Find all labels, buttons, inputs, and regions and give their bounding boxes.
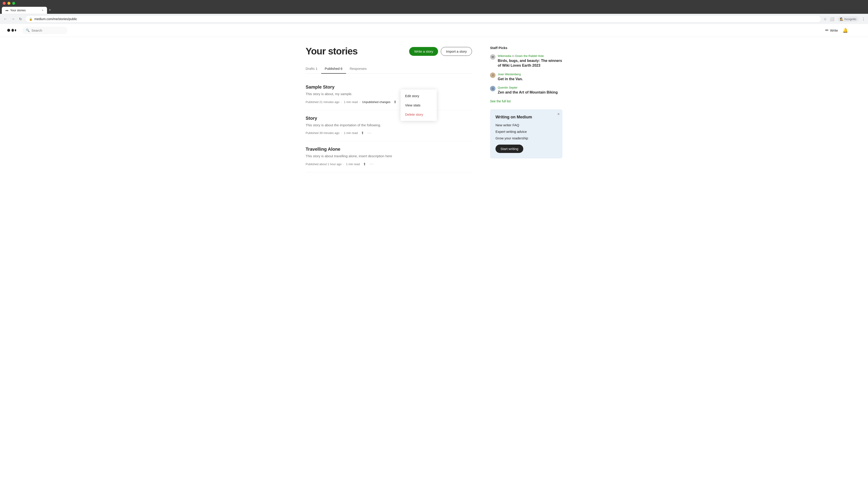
avatar-content: A — [856, 29, 858, 32]
story-title-2[interactable]: Story — [306, 116, 472, 121]
medium-logo[interactable] — [7, 27, 17, 33]
story-item-3: Travelling Alone This story is about tra… — [306, 141, 472, 172]
sp-pub-line-3: Quentin Septer — [498, 86, 562, 89]
story-published-3: Published about 1 hour ago — [306, 162, 342, 166]
sp-publisher-link-1[interactable]: Wikimedia — [498, 54, 511, 58]
writing-card-item-2[interactable]: Expert writing advice — [495, 130, 557, 133]
write-icon: ✏ — [825, 28, 829, 33]
start-writing-btn[interactable]: Start writing — [495, 144, 523, 153]
svg-point-0 — [7, 29, 10, 32]
browser-menu-icon[interactable]: ⋮ — [862, 17, 865, 21]
story-share-btn-3[interactable]: ⬆ — [363, 162, 366, 167]
sp-avatar-2: J — [490, 72, 495, 78]
sp-publisher-link-3[interactable]: Quentin Septer — [498, 86, 518, 89]
notification-icon[interactable]: 🔔 — [842, 28, 848, 33]
dot-1a: · — [341, 100, 342, 104]
sp-content-1: Wikimedia in Down the Rabbit Hole Birds,… — [498, 54, 562, 68]
cast-icon[interactable]: ⬜ — [830, 17, 834, 21]
import-story-btn[interactable]: Import a story — [441, 47, 472, 56]
dropdown-edit-story[interactable]: Edit story — [401, 91, 437, 101]
write-label: Write — [830, 29, 838, 32]
tab-published[interactable]: Published 6 — [321, 64, 346, 74]
writing-on-medium-card: × Writing on Medium New writer FAQ Exper… — [490, 109, 562, 158]
incognito-badge: 🕵 Incognito — [837, 17, 859, 22]
unpublished-badge-1: Unpublished changes — [362, 100, 391, 104]
writing-card-items: New writer FAQ Expert writing advice Gro… — [495, 123, 557, 140]
story-meta-3: Published about 1 hour ago · 1 min read … — [306, 162, 472, 167]
sp-publication-link-1[interactable]: Down the Rabbit Hole — [515, 54, 544, 58]
sp-pub-in-1: in — [511, 54, 515, 58]
writing-card-close-btn[interactable]: × — [557, 112, 560, 116]
incognito-label: Incognito — [844, 18, 856, 21]
sp-title-2[interactable]: Get in the Van. — [498, 77, 562, 82]
sp-content-3: Quentin Septer Zen and the Art of Mounta… — [498, 86, 562, 95]
user-avatar[interactable]: A — [852, 26, 861, 34]
sp-pub-line-2: Joan Westenberg — [498, 72, 562, 76]
story-share-btn-1[interactable]: ⬆ — [393, 99, 397, 105]
sp-content-2: Joan Westenberg Get in the Van. — [498, 72, 562, 82]
story-published-2: Published 39 minutes ago — [306, 131, 340, 135]
story-share-btn-2[interactable]: ⬆ — [361, 130, 364, 135]
main-content: Your stories Write a story Import a stor… — [298, 37, 569, 182]
staff-picks-title: Staff Picks — [490, 46, 562, 50]
story-readtime-3: 1 min read — [346, 162, 360, 166]
story-desc-3: This story is about travelling alone, in… — [306, 154, 472, 159]
tab-drafts[interactable]: Drafts 1 — [306, 64, 321, 74]
window-close-btn[interactable] — [3, 2, 6, 5]
writing-card-title: Writing on Medium — [495, 115, 557, 120]
dot-2a: · — [341, 131, 342, 135]
browser-right-icons: ☆ ⬜ 🕵 Incognito ⋮ — [824, 17, 865, 22]
story-item-2: Story This story is about the importatio… — [306, 110, 472, 141]
tab-favicon: ●● — [5, 9, 8, 12]
lock-icon: 🔒 — [29, 18, 33, 21]
dropdown-view-stats[interactable]: View stats — [401, 101, 437, 110]
page-title: Your stories — [306, 46, 409, 57]
story-meta-2: Published 39 minutes ago · 1 min read ⬆ … — [306, 130, 472, 135]
staff-pick-2: J Joan Westenberg Get in the Van. — [490, 72, 562, 82]
writing-card-item-3[interactable]: Grow your readership — [495, 136, 557, 140]
new-tab-btn[interactable]: + — [47, 6, 53, 14]
bookmark-icon[interactable]: ☆ — [824, 17, 827, 21]
stories-section: Your stories Write a story Import a stor… — [306, 46, 472, 172]
sp-title-1[interactable]: Birds, bugs, and beauty: The winners of … — [498, 59, 562, 68]
incognito-icon: 🕵 — [840, 18, 843, 21]
story-readtime-1: 1 min read — [344, 100, 358, 104]
window-maximize-btn[interactable] — [12, 2, 15, 5]
nav-forward-btn[interactable]: → — [10, 16, 16, 22]
address-bar[interactable]: 🔒 medium.com/me/stories/public — [25, 15, 821, 23]
stories-actions: Write a story Import a story — [409, 47, 472, 56]
browser-tab-active[interactable]: ●● Your stories × — [2, 7, 47, 14]
writing-card-item-1[interactable]: New writer FAQ — [495, 123, 557, 127]
sp-pub-line-1: Wikimedia in Down the Rabbit Hole — [498, 54, 562, 58]
search-box[interactable]: 🔍 Search — [22, 27, 67, 34]
sp-avatar-1: W — [490, 54, 495, 60]
tab-responses[interactable]: Responses — [346, 64, 370, 74]
story-dropdown: Edit story View stats Delete story — [401, 90, 437, 121]
story-more-btn-2[interactable]: ··· — [366, 131, 373, 135]
story-item-1: Sample Story This story is about, my sam… — [306, 79, 472, 110]
tab-close-btn[interactable]: × — [42, 9, 43, 12]
sp-publisher-link-2[interactable]: Joan Westenberg — [498, 72, 521, 76]
staff-pick-3: Q Quentin Septer Zen and the Art of Moun… — [490, 86, 562, 95]
nav-back-btn[interactable]: ← — [3, 16, 8, 22]
window-controls — [0, 0, 868, 5]
story-more-btn-3[interactable]: ··· — [368, 162, 375, 166]
see-full-list-link[interactable]: See the full list — [490, 99, 562, 103]
story-title-3[interactable]: Travelling Alone — [306, 147, 472, 152]
stories-header: Your stories Write a story Import a stor… — [306, 46, 472, 57]
story-title-1[interactable]: Sample Story — [306, 85, 472, 90]
medium-app: 🔍 Search ✏ Write 🔔 A Your stories Write … — [0, 24, 868, 488]
sp-title-3[interactable]: Zen and the Art of Mountain Biking — [498, 90, 562, 95]
sp-avatar-3: Q — [490, 86, 495, 91]
write-story-btn[interactable]: Write a story — [409, 47, 438, 56]
staff-pick-1: W Wikimedia in Down the Rabbit Hole Bird… — [490, 54, 562, 68]
dropdown-delete-story[interactable]: Delete story — [401, 110, 437, 119]
header-right: ✏ Write 🔔 A — [825, 26, 861, 34]
nav-reload-btn[interactable]: ↻ — [18, 16, 23, 22]
svg-point-1 — [11, 29, 14, 32]
window-minimize-btn[interactable] — [7, 2, 10, 5]
sidebar: Staff Picks W Wikimedia in Down the Rabb… — [490, 46, 562, 172]
write-link[interactable]: ✏ Write — [825, 28, 838, 33]
address-bar-row: ← → ↻ 🔒 medium.com/me/stories/public ☆ ⬜… — [0, 14, 868, 24]
search-placeholder: Search — [31, 29, 42, 32]
